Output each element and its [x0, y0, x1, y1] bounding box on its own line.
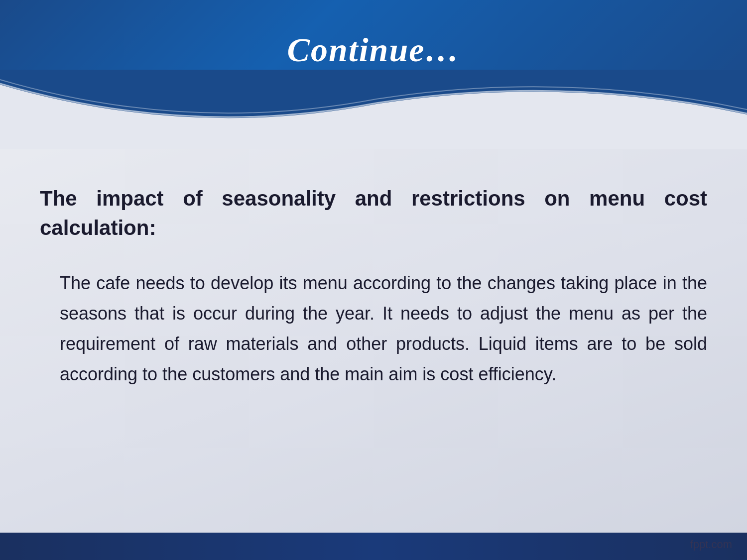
bottom-bar: fppt.com	[0, 533, 747, 560]
wave-decoration	[0, 70, 747, 149]
main-heading: The impact of seasonality and restrictio…	[40, 184, 707, 243]
content-area: The impact of seasonality and restrictio…	[0, 144, 747, 560]
slide-title: Continue…	[287, 30, 460, 70]
heading-block: The impact of seasonality and restrictio…	[40, 184, 707, 243]
watermark: fppt.com	[690, 538, 732, 551]
body-paragraph: The cafe needs to develop its menu accor…	[40, 268, 707, 390]
